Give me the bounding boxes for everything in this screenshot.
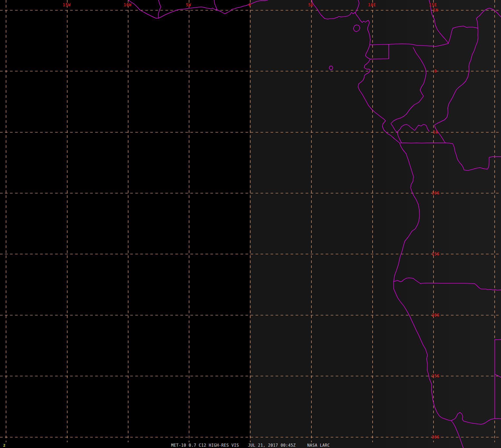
island-sao-tome bbox=[329, 66, 333, 70]
latitude-label: 20S bbox=[426, 313, 445, 317]
grid-layer bbox=[0, 0, 501, 442]
border-togo-stub bbox=[214, 0, 217, 10]
frame-number: 2 bbox=[3, 444, 5, 447]
caption-instrument: MET-10 0.7 C12 HIGH-RES VIS bbox=[171, 443, 239, 448]
latitude-label: 10S bbox=[426, 191, 445, 195]
latitude-label: 30S bbox=[426, 435, 445, 439]
image-caption: MET-10 0.7 C12 HIGH-RES VIS JUL 21, 2017… bbox=[0, 443, 501, 448]
longitude-label: 15W bbox=[59, 3, 75, 7]
map-svg bbox=[0, 0, 501, 448]
caption-datetime: JUL 21, 2017 00:45Z bbox=[248, 443, 296, 448]
longitude-label: 0 bbox=[242, 3, 258, 7]
border-gabon-congo bbox=[391, 47, 426, 123]
latitude-label: 15S bbox=[426, 252, 445, 256]
longitude-label: 5E bbox=[303, 3, 319, 7]
border-namibia-angola bbox=[394, 278, 501, 290]
longitude-label: 15E bbox=[425, 3, 441, 7]
coast-gulf-to-orange bbox=[312, 0, 463, 448]
longitude-label: 10E bbox=[364, 3, 380, 7]
border-22s-stub bbox=[495, 339, 501, 340]
longitude-label: 10W bbox=[120, 3, 136, 7]
latitude-label: 5N bbox=[426, 8, 445, 12]
border-nigeria-cameroon bbox=[355, 0, 359, 13]
coastline-layer bbox=[128, 0, 501, 448]
island-bioko bbox=[353, 25, 360, 32]
latitude-label: 0 bbox=[426, 69, 445, 73]
caption-source: NASA LARC bbox=[307, 443, 330, 448]
border-ubangi-arch bbox=[476, 8, 501, 28]
satellite-image-viewport: 15W10W5W05E10E15E5N05S10S15S20S25S30S ME… bbox=[0, 0, 501, 448]
border-cameroon-south bbox=[389, 43, 448, 46]
border-molopo-stub bbox=[495, 374, 501, 377]
longitude-label: 5W bbox=[181, 3, 196, 7]
border-cabinda-north bbox=[391, 124, 429, 132]
border-ghana-stub bbox=[158, 0, 161, 18]
border-angola-drc bbox=[401, 143, 501, 171]
latitude-label: 5S bbox=[426, 130, 445, 134]
latitude-label: 25S bbox=[426, 374, 445, 378]
coast-west-africa bbox=[128, 0, 268, 18]
border-congo-car bbox=[448, 26, 478, 43]
border-orange-river bbox=[451, 412, 501, 424]
